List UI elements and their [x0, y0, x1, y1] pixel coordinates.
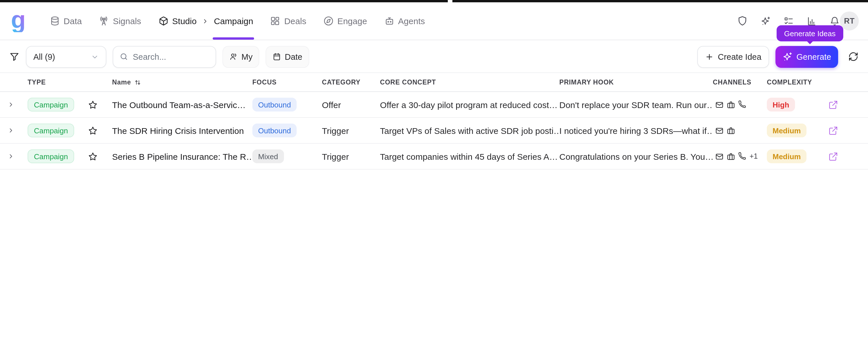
refresh-icon[interactable] [848, 51, 859, 62]
table-row[interactable]: Campaign Series B Pipeline Acceleration … [0, 169, 868, 175]
top-black-bar [0, 0, 868, 2]
nav-item-campaign[interactable]: Campaign [214, 2, 253, 40]
col-header-category: CATEGORY [322, 79, 380, 86]
checklist-icon[interactable] [783, 16, 794, 26]
users-icon [229, 52, 238, 61]
phone-icon [738, 152, 746, 160]
filter-icon[interactable] [9, 52, 20, 62]
actions-cell [823, 126, 868, 135]
focus-badge: Outbound [252, 98, 297, 112]
row-category: Trigger [322, 152, 380, 161]
calendar-icon [273, 52, 281, 61]
row-name: The Outbound Team-as-a-Servic… [112, 100, 252, 109]
nav-item-engage[interactable]: Engage [323, 2, 367, 40]
compass-icon [323, 16, 333, 26]
col-header-name[interactable]: Name [112, 78, 252, 86]
row-expander-icon[interactable] [0, 101, 28, 108]
type-badge: Campaign [28, 150, 74, 163]
nav-item-signals[interactable]: Signals [99, 2, 141, 40]
focus-badge: Mixed [252, 150, 284, 163]
row-core-concept: Target VPs of Sales with active SDR job … [380, 126, 559, 135]
my-filter-button[interactable]: My [222, 46, 259, 67]
date-filter-label: Date [285, 52, 302, 61]
row-name: The SDR Hiring Crisis Intervention [112, 126, 252, 135]
table-rows: Campaign The Outbound Team-as-a-Servic… … [0, 92, 868, 175]
external-link-icon[interactable] [828, 100, 838, 109]
channels-extra-count: +1 [750, 152, 758, 160]
table-row[interactable]: Campaign The SDR Hiring Crisis Intervent… [0, 118, 868, 144]
table-row[interactable]: Campaign Series B Pipeline Insurance: Th… [0, 144, 868, 169]
col-header-primary-hook: PRIMARY HOOK [559, 79, 713, 86]
nav-item-label: Signals [113, 16, 141, 26]
star-icon[interactable] [88, 126, 98, 135]
channels-cell: +1 [713, 152, 767, 161]
my-filter-label: My [242, 52, 253, 61]
actions-cell [823, 100, 868, 109]
col-header-type: TYPE [28, 79, 88, 86]
breadcrumb: Studio Campaign [158, 2, 253, 40]
col-header-complexity: COMPLEXITY [767, 79, 823, 86]
nav-item-agents[interactable]: Agents [384, 2, 425, 40]
create-idea-label: Create Idea [718, 52, 762, 61]
nav-actions [737, 15, 840, 26]
type-badge: Campaign [28, 124, 74, 137]
database-icon [50, 16, 60, 26]
generate-label: Generate [797, 52, 831, 61]
mail-icon [715, 152, 724, 161]
nav-item-deals[interactable]: Deals [271, 2, 306, 40]
complexity-badge: Medium [767, 124, 806, 137]
nav-items: Data Signals Studio Campaign Deals [50, 2, 425, 40]
search-box[interactable] [113, 46, 216, 67]
row-expander-icon[interactable] [0, 127, 28, 134]
complexity-badge: Medium [767, 150, 806, 163]
generate-ideas-tooltip: Generate Ideas [777, 25, 843, 41]
row-category: Trigger [322, 126, 380, 135]
col-header-channels: CHANNELS [713, 79, 767, 86]
briefcase-icon [726, 152, 735, 161]
app: g Data Signals Studio Campaign [0, 0, 868, 175]
top-bar-gap [448, 0, 453, 2]
grid-icon [271, 16, 280, 26]
filter-all-label: All (9) [33, 52, 55, 61]
table-row[interactable]: Campaign The Outbound Team-as-a-Servic… … [0, 92, 868, 118]
row-core-concept: Offer a 30-day pilot program at reduced … [380, 100, 559, 109]
filter-all-select[interactable]: All (9) [26, 46, 106, 67]
package-icon [158, 16, 168, 26]
main-nav: g Data Signals Studio Campaign [0, 2, 868, 40]
row-primary-hook: Don't replace your SDR team. Run our… [559, 100, 713, 109]
row-category: Offer [322, 100, 380, 109]
actions-cell [823, 152, 868, 161]
row-name: Series B Pipeline Insurance: The R… [112, 152, 252, 161]
briefcase-icon [726, 100, 735, 109]
row-primary-hook: Congratulations on your Series B. You… [559, 152, 713, 161]
nav-item-label: Campaign [214, 16, 253, 26]
shield-icon[interactable] [737, 15, 748, 26]
toolbar: All (9) My Date Create Idea Generate [0, 41, 868, 73]
brand-logo[interactable]: g [11, 8, 26, 32]
external-link-icon[interactable] [828, 126, 838, 135]
nav-item-label: Engage [337, 16, 367, 26]
type-badge: Campaign [28, 98, 74, 112]
star-icon[interactable] [88, 100, 98, 109]
analytics-icon[interactable] [806, 16, 817, 26]
mail-icon [715, 126, 724, 135]
channels-cell [713, 126, 767, 135]
nav-item-studio[interactable]: Studio [158, 2, 196, 40]
date-filter-button[interactable]: Date [266, 46, 309, 67]
row-expander-icon[interactable] [0, 153, 28, 160]
sparkles-icon[interactable] [761, 16, 771, 26]
col-header-focus: FOCUS [252, 79, 322, 86]
star-icon[interactable] [88, 152, 98, 161]
row-core-concept: Target companies within 45 days of Serie… [380, 152, 559, 161]
col-header-name-label: Name [112, 79, 131, 86]
plus-icon [705, 52, 714, 61]
search-input[interactable] [133, 52, 209, 61]
chevron-right-icon [202, 18, 209, 25]
external-link-icon[interactable] [828, 152, 838, 161]
create-idea-button[interactable]: Create Idea [697, 46, 769, 67]
generate-button[interactable]: Generate [775, 46, 838, 67]
mail-icon [715, 100, 724, 109]
bell-icon[interactable] [830, 16, 840, 26]
nav-item-data[interactable]: Data [50, 2, 82, 40]
sparkles-icon [782, 52, 793, 62]
